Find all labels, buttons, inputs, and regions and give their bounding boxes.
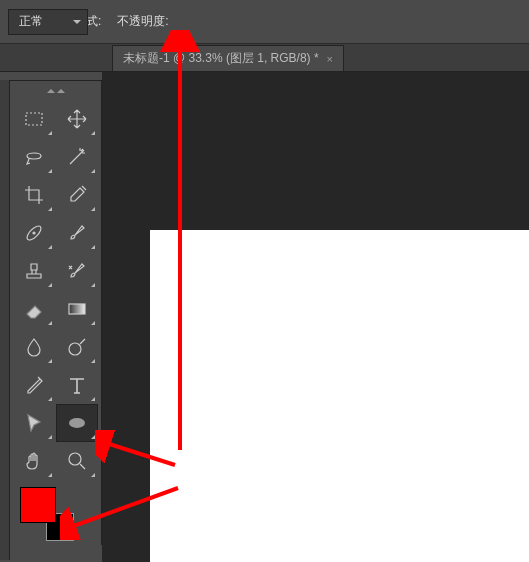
document-tab-bar: 未标题-1 @ 33.3% (图层 1, RGB/8) * × xyxy=(0,44,529,72)
dodge-tool[interactable] xyxy=(57,329,97,365)
marquee-tool[interactable] xyxy=(14,101,54,137)
toolbox-collapse-button[interactable] xyxy=(14,85,97,97)
brush-tool[interactable] xyxy=(57,215,97,251)
canvas-area xyxy=(102,72,529,562)
type-tool[interactable] xyxy=(57,367,97,403)
eyedropper-tool[interactable] xyxy=(57,177,97,213)
svg-point-7 xyxy=(69,453,81,465)
healing-tool[interactable] xyxy=(14,215,54,251)
color-swatches xyxy=(20,487,74,541)
toolbox xyxy=(10,80,102,545)
svg-rect-1 xyxy=(26,113,42,125)
document-tab[interactable]: 未标题-1 @ 33.3% (图层 1, RGB/8) * × xyxy=(112,45,344,71)
zoom-tool[interactable] xyxy=(57,443,97,479)
svg-point-5 xyxy=(69,343,81,355)
foreground-color-swatch[interactable] xyxy=(20,487,56,523)
gradient-tool[interactable] xyxy=(57,291,97,327)
svg-point-6 xyxy=(69,418,85,428)
svg-point-3 xyxy=(33,232,35,234)
pen-tool[interactable] xyxy=(14,367,54,403)
document-tab-title: 未标题-1 @ 33.3% (图层 1, RGB/8) * xyxy=(123,50,319,67)
close-tab-icon[interactable]: × xyxy=(327,53,333,65)
crop-tool[interactable] xyxy=(14,177,54,213)
hand-tool[interactable] xyxy=(14,443,54,479)
blend-mode-label: 模式: xyxy=(74,13,101,30)
stamp-tool[interactable] xyxy=(14,253,54,289)
opacity-label: 不透明度: xyxy=(117,13,168,30)
lasso-tool[interactable] xyxy=(14,139,54,175)
history-brush-tool[interactable] xyxy=(57,253,97,289)
options-bar: 像素 模式: 正常 不透明度: xyxy=(0,0,529,44)
blur-tool[interactable] xyxy=(14,329,54,365)
magic-wand-tool[interactable] xyxy=(57,139,97,175)
eraser-tool[interactable] xyxy=(14,291,54,327)
document-canvas[interactable] xyxy=(150,230,529,562)
path-select-tool[interactable] xyxy=(14,405,54,441)
svg-rect-4 xyxy=(69,304,85,314)
svg-point-0 xyxy=(24,17,42,27)
move-tool[interactable] xyxy=(57,101,97,137)
ellipse-shape-tool[interactable] xyxy=(57,405,97,441)
tool-preset-picker[interactable] xyxy=(8,9,58,35)
panel-edge xyxy=(0,80,10,560)
